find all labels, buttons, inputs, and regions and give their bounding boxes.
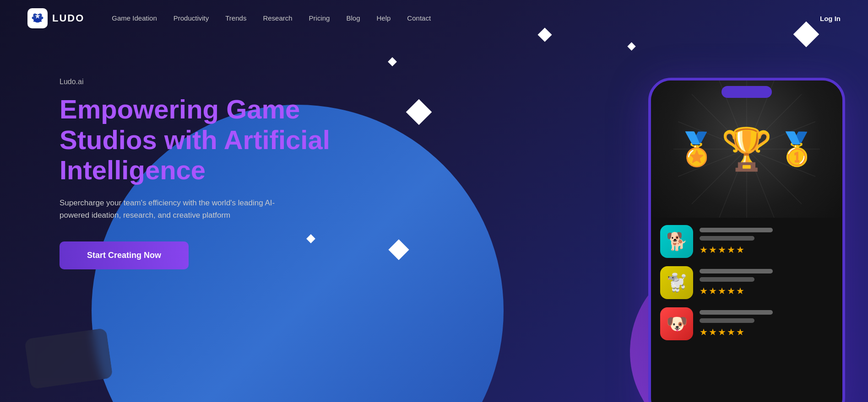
right-laurel-icon: 🥇 (777, 133, 817, 165)
svg-point-5 (41, 16, 43, 19)
game-bar-long-3 (700, 310, 773, 315)
game-item-3: 🐶 ★★★★★ (660, 307, 833, 340)
nav-item-trends[interactable]: Trends (225, 14, 246, 22)
nav-links: Game Ideation Productivity Trends Resear… (112, 14, 820, 22)
hero-subtitle: Ludo.ai (60, 78, 334, 86)
nav-item-research[interactable]: Research (263, 14, 292, 22)
game-info-2: ★★★★★ (700, 269, 833, 296)
cta-start-creating-button[interactable]: Start Creating Now (60, 241, 189, 269)
logo[interactable]: LUDO (27, 8, 84, 28)
blurred-card-decoration (24, 328, 113, 389)
phone-notch (722, 86, 772, 98)
game-bar-short-1 (700, 236, 754, 241)
trophy-area: 🏅 🏆 🥇 (651, 80, 842, 218)
login-button[interactable]: Log In (820, 15, 841, 22)
trophy-icon: 🏆 (721, 125, 772, 173)
game-item-1: 🐕 ★★★★★ (660, 225, 833, 258)
logo-icon (27, 8, 48, 28)
nav-item-contact[interactable]: Contact (407, 14, 431, 22)
game-bar-short-2 (700, 277, 754, 282)
nav-item-help[interactable]: Help (377, 14, 391, 22)
game-info-3: ★★★★★ (700, 310, 833, 338)
game-icon-3: 🐶 (660, 307, 693, 340)
game-stars-2: ★★★★★ (700, 285, 833, 296)
game-info-1: ★★★★★ (700, 228, 833, 255)
game-item-2: 🐩 ★★★★★ (660, 266, 833, 299)
left-laurel-icon: 🏅 (677, 133, 716, 165)
nav-item-blog[interactable]: Blog (346, 14, 360, 22)
logo-text: LUDO (52, 12, 84, 24)
game-list: 🐕 ★★★★★ 🐩 ★★★★★ (651, 218, 842, 356)
navbar: LUDO Game Ideation Productivity Trends R… (0, 0, 868, 37)
game-icon-2: 🐩 (660, 266, 693, 299)
game-bar-long-2 (700, 269, 773, 273)
hero-section: Ludo.ai Empowering Game Studios with Art… (0, 37, 868, 402)
svg-point-4 (32, 16, 35, 19)
game-stars-1: ★★★★★ (700, 244, 833, 255)
nav-item-game-ideation[interactable]: Game Ideation (112, 14, 157, 22)
trophy-content: 🏅 🏆 🥇 (677, 125, 817, 173)
nav-item-pricing[interactable]: Pricing (309, 14, 330, 22)
nav-item-productivity[interactable]: Productivity (174, 14, 209, 22)
phone-mockup: 🏅 🏆 🥇 🐕 ★★★★★ (648, 78, 845, 402)
game-icon-1: 🐕 (660, 225, 693, 258)
hero-left-content: Ludo.ai Empowering Game Studios with Art… (60, 64, 334, 269)
hero-description: Supercharge your team's efficiency with … (60, 197, 298, 221)
game-bar-long-1 (700, 228, 773, 232)
game-stars-3: ★★★★★ (700, 327, 833, 338)
phone-frame: 🏅 🏆 🥇 🐕 ★★★★★ (648, 78, 845, 402)
game-bar-short-3 (700, 318, 754, 323)
hero-title: Empowering Game Studios with Artificial … (60, 94, 334, 186)
